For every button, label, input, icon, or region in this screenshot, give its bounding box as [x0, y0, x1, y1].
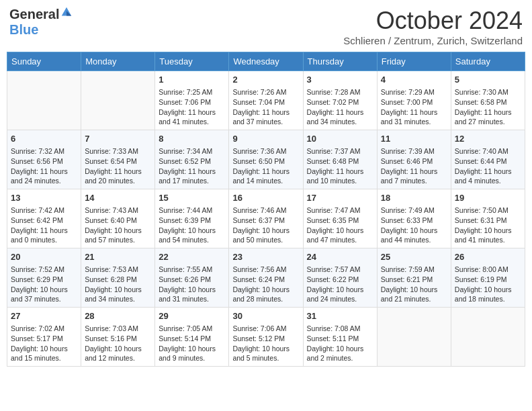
- calendar-cell: 5Sunrise: 7:30 AM Sunset: 6:58 PM Daylig…: [451, 71, 525, 130]
- calendar-cell: 9Sunrise: 7:36 AM Sunset: 6:50 PM Daylig…: [229, 130, 303, 189]
- day-number: 25: [381, 251, 447, 263]
- day-info: Sunrise: 7:36 AM Sunset: 6:50 PM Dayligh…: [232, 146, 299, 186]
- day-number: 14: [85, 192, 151, 204]
- day-info: Sunrise: 7:49 AM Sunset: 6:33 PM Dayligh…: [381, 205, 447, 245]
- day-number: 2: [232, 74, 299, 86]
- day-number: 1: [159, 74, 225, 86]
- weekday-header-sunday: Sunday: [7, 52, 81, 71]
- calendar-cell: 21Sunrise: 7:53 AM Sunset: 6:28 PM Dayli…: [81, 248, 155, 308]
- calendar-cell: 4Sunrise: 7:29 AM Sunset: 7:00 PM Daylig…: [377, 71, 451, 130]
- day-info: Sunrise: 7:03 AM Sunset: 5:16 PM Dayligh…: [85, 324, 151, 363]
- day-number: 19: [455, 192, 521, 204]
- calendar-cell: 28Sunrise: 7:03 AM Sunset: 5:16 PM Dayli…: [81, 308, 155, 367]
- calendar-table: SundayMondayTuesdayWednesdayThursdayFrid…: [7, 52, 525, 367]
- day-number: 9: [232, 133, 299, 145]
- day-number: 29: [159, 310, 225, 322]
- calendar-cell: 18Sunrise: 7:49 AM Sunset: 6:33 PM Dayli…: [377, 189, 451, 248]
- day-number: 12: [455, 133, 521, 145]
- calendar-cell: 1Sunrise: 7:25 AM Sunset: 7:06 PM Daylig…: [155, 71, 229, 130]
- day-info: Sunrise: 7:34 AM Sunset: 6:52 PM Dayligh…: [159, 146, 225, 186]
- calendar-cell: 6Sunrise: 7:32 AM Sunset: 6:56 PM Daylig…: [7, 130, 81, 189]
- calendar-cell: 2Sunrise: 7:26 AM Sunset: 7:04 PM Daylig…: [229, 71, 303, 130]
- day-number: 4: [381, 74, 447, 86]
- calendar-cell: 3Sunrise: 7:28 AM Sunset: 7:02 PM Daylig…: [303, 71, 377, 130]
- day-number: 21: [85, 251, 151, 263]
- day-number: 3: [307, 74, 373, 86]
- calendar-week-1: 1Sunrise: 7:25 AM Sunset: 7:06 PM Daylig…: [7, 71, 525, 130]
- logo-icon: [60, 6, 73, 18]
- day-info: Sunrise: 7:57 AM Sunset: 6:22 PM Dayligh…: [307, 265, 373, 304]
- day-info: Sunrise: 7:42 AM Sunset: 6:42 PM Dayligh…: [11, 205, 77, 245]
- calendar-cell: 27Sunrise: 7:02 AM Sunset: 5:17 PM Dayli…: [7, 308, 81, 367]
- day-info: Sunrise: 7:47 AM Sunset: 6:35 PM Dayligh…: [307, 205, 373, 245]
- day-info: Sunrise: 7:55 AM Sunset: 6:26 PM Dayligh…: [159, 265, 225, 304]
- day-info: Sunrise: 7:37 AM Sunset: 6:48 PM Dayligh…: [307, 146, 373, 186]
- calendar-week-4: 20Sunrise: 7:52 AM Sunset: 6:29 PM Dayli…: [7, 248, 525, 308]
- calendar-cell: 20Sunrise: 7:52 AM Sunset: 6:29 PM Dayli…: [7, 248, 81, 308]
- day-info: Sunrise: 7:26 AM Sunset: 7:04 PM Dayligh…: [232, 87, 299, 127]
- day-number: 11: [381, 133, 447, 145]
- calendar-cell: 17Sunrise: 7:47 AM Sunset: 6:35 PM Dayli…: [303, 189, 377, 248]
- day-number: 15: [159, 192, 225, 204]
- day-info: Sunrise: 7:28 AM Sunset: 7:02 PM Dayligh…: [307, 87, 373, 127]
- weekday-header-friday: Friday: [377, 52, 451, 71]
- calendar-cell: 19Sunrise: 7:50 AM Sunset: 6:31 PM Dayli…: [451, 189, 525, 248]
- day-number: 7: [85, 133, 151, 145]
- calendar-cell: 22Sunrise: 7:55 AM Sunset: 6:26 PM Dayli…: [155, 248, 229, 308]
- weekday-header-monday: Monday: [81, 52, 155, 71]
- calendar-cell: 23Sunrise: 7:56 AM Sunset: 6:24 PM Dayli…: [229, 248, 303, 308]
- location-subtitle: Schlieren / Zentrum, Zurich, Switzerland: [343, 35, 523, 46]
- day-number: 28: [85, 310, 151, 322]
- day-info: Sunrise: 7:40 AM Sunset: 6:44 PM Dayligh…: [455, 146, 521, 186]
- day-number: 6: [11, 133, 77, 145]
- day-number: 24: [307, 251, 373, 263]
- weekday-header-wednesday: Wednesday: [229, 52, 303, 71]
- day-number: 30: [232, 310, 299, 322]
- day-number: 23: [232, 251, 299, 263]
- day-info: Sunrise: 7:44 AM Sunset: 6:39 PM Dayligh…: [159, 205, 225, 245]
- weekday-header-thursday: Thursday: [303, 52, 377, 71]
- calendar-cell: 7Sunrise: 7:33 AM Sunset: 6:54 PM Daylig…: [81, 130, 155, 189]
- day-number: 22: [159, 251, 225, 263]
- calendar-cell: [7, 71, 81, 130]
- calendar-cell: [451, 308, 525, 367]
- day-info: Sunrise: 7:33 AM Sunset: 6:54 PM Dayligh…: [85, 146, 151, 186]
- day-number: 8: [159, 133, 225, 145]
- calendar-week-5: 27Sunrise: 7:02 AM Sunset: 5:17 PM Dayli…: [7, 308, 525, 367]
- calendar-cell: 15Sunrise: 7:44 AM Sunset: 6:39 PM Dayli…: [155, 189, 229, 248]
- title-section: October 2024 Schlieren / Zentrum, Zurich…: [343, 7, 523, 46]
- day-number: 31: [307, 310, 373, 322]
- calendar-cell: 31Sunrise: 7:08 AM Sunset: 5:11 PM Dayli…: [303, 308, 377, 367]
- calendar-cell: 8Sunrise: 7:34 AM Sunset: 6:52 PM Daylig…: [155, 130, 229, 189]
- day-info: Sunrise: 7:32 AM Sunset: 6:56 PM Dayligh…: [11, 146, 77, 186]
- day-number: 26: [455, 251, 521, 263]
- calendar-cell: 24Sunrise: 7:57 AM Sunset: 6:22 PM Dayli…: [303, 248, 377, 308]
- day-info: Sunrise: 7:43 AM Sunset: 6:40 PM Dayligh…: [85, 205, 151, 245]
- logo-blue: Blue: [9, 22, 38, 38]
- calendar-week-3: 13Sunrise: 7:42 AM Sunset: 6:42 PM Dayli…: [7, 189, 525, 248]
- day-number: 18: [381, 192, 447, 204]
- day-info: Sunrise: 7:52 AM Sunset: 6:29 PM Dayligh…: [11, 265, 77, 304]
- day-info: Sunrise: 7:02 AM Sunset: 5:17 PM Dayligh…: [11, 324, 77, 363]
- page-header: General Blue October 2024 Schlieren / Ze…: [7, 7, 525, 46]
- day-info: Sunrise: 7:59 AM Sunset: 6:21 PM Dayligh…: [381, 265, 447, 304]
- weekday-header-tuesday: Tuesday: [155, 52, 229, 71]
- calendar-cell: [81, 71, 155, 130]
- day-number: 5: [455, 74, 521, 86]
- calendar-cell: 16Sunrise: 7:46 AM Sunset: 6:37 PM Dayli…: [229, 189, 303, 248]
- day-info: Sunrise: 7:53 AM Sunset: 6:28 PM Dayligh…: [85, 265, 151, 304]
- day-number: 20: [11, 251, 77, 263]
- calendar-cell: 12Sunrise: 7:40 AM Sunset: 6:44 PM Dayli…: [451, 130, 525, 189]
- calendar-cell: [377, 308, 451, 367]
- logo-general: General: [9, 7, 59, 22]
- calendar-cell: 26Sunrise: 8:00 AM Sunset: 6:19 PM Dayli…: [451, 248, 525, 308]
- calendar-cell: 13Sunrise: 7:42 AM Sunset: 6:42 PM Dayli…: [7, 189, 81, 248]
- calendar-cell: 10Sunrise: 7:37 AM Sunset: 6:48 PM Dayli…: [303, 130, 377, 189]
- day-info: Sunrise: 8:00 AM Sunset: 6:19 PM Dayligh…: [455, 265, 521, 304]
- day-number: 17: [307, 192, 373, 204]
- day-info: Sunrise: 7:56 AM Sunset: 6:24 PM Dayligh…: [232, 265, 299, 304]
- calendar-cell: 14Sunrise: 7:43 AM Sunset: 6:40 PM Dayli…: [81, 189, 155, 248]
- day-info: Sunrise: 7:05 AM Sunset: 5:14 PM Dayligh…: [159, 324, 225, 363]
- day-info: Sunrise: 7:39 AM Sunset: 6:46 PM Dayligh…: [381, 146, 447, 186]
- day-info: Sunrise: 7:08 AM Sunset: 5:11 PM Dayligh…: [307, 324, 373, 363]
